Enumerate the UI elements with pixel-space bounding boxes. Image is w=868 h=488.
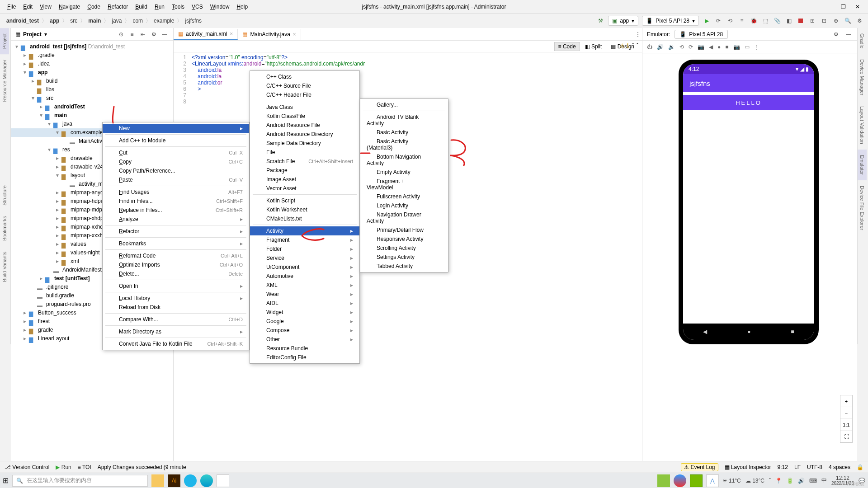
- search-icon[interactable]: 🔍: [844, 17, 852, 25]
- menu-item[interactable]: Fragment + ViewModel: [360, 177, 448, 192]
- task-app-7[interactable]: [674, 474, 686, 487]
- zoom-11[interactable]: 1:1: [840, 419, 852, 431]
- menu-item[interactable]: Fragment ▸: [250, 235, 359, 244]
- menu-item[interactable]: Responsive Activity: [360, 235, 448, 244]
- attach-icon[interactable]: 📎: [773, 17, 781, 25]
- menu-item[interactable]: File: [250, 148, 359, 157]
- menu-item[interactable]: C++ Class: [250, 72, 359, 81]
- close-icon[interactable]: ✕: [854, 4, 861, 10]
- menu-item[interactable]: Scrolling Activity: [360, 244, 448, 253]
- menu-item[interactable]: Refactor ▸: [103, 227, 249, 236]
- stop-icon[interactable]: [797, 17, 805, 25]
- device-selector[interactable]: 📱Pixel 5 API 28▾: [642, 16, 699, 26]
- menu-item[interactable]: Resource Bundle: [250, 344, 359, 353]
- menu-item[interactable]: Open In ▸: [103, 282, 249, 291]
- vc-tool[interactable]: ⎇ Version Control: [5, 464, 49, 470]
- tree-node[interactable]: ▸▇.idea: [11, 60, 173, 68]
- weather-2[interactable]: ☁ 13°C: [745, 478, 764, 484]
- tray-battery-icon[interactable]: 🔋: [787, 478, 793, 484]
- tray-up-icon[interactable]: ˆ: [769, 478, 771, 484]
- menu-refactor[interactable]: Refactor: [104, 2, 132, 12]
- menu-item[interactable]: Android TV Blank Activity: [360, 113, 448, 128]
- tab-bookmarks[interactable]: Bookmarks: [0, 211, 9, 246]
- tree-node[interactable]: ▸▇.gradle: [11, 51, 173, 60]
- taskbar-search[interactable]: 🔍在这里输入你要搜索的内容: [12, 475, 148, 487]
- menu-item[interactable]: Navigation Drawer Activity: [360, 210, 448, 225]
- collapse-icon[interactable]: ⇤: [139, 30, 147, 38]
- expand-icon[interactable]: ≡: [128, 30, 136, 38]
- tray-keyboard-icon[interactable]: ⌨: [809, 478, 817, 484]
- tree-node[interactable]: ▸▇androidTest: [11, 103, 173, 111]
- tab-structure[interactable]: Structure: [0, 180, 9, 211]
- menu-item[interactable]: Wear ▸: [250, 290, 359, 299]
- task-app-9[interactable]: ⋀: [706, 474, 719, 487]
- menu-item[interactable]: Scratch FileCtrl+Alt+Shift+Insert: [250, 157, 359, 166]
- menu-item[interactable]: Android Resource Directory: [250, 130, 359, 139]
- back-icon[interactable]: ◀: [709, 44, 713, 50]
- tab-build-variants[interactable]: Build Variants: [0, 246, 9, 287]
- editor-tab[interactable]: ▦activity_main.xml×: [174, 29, 238, 40]
- menu-tools[interactable]: Tools: [168, 2, 188, 12]
- menu-item[interactable]: CutCtrl+X: [103, 148, 249, 157]
- crumb[interactable]: jsjfsfns: [183, 17, 203, 25]
- menu-item[interactable]: C/C++ Source File: [250, 81, 359, 90]
- menu-item[interactable]: Empty Activity: [360, 168, 448, 177]
- tab-gradle[interactable]: Gradle: [858, 28, 867, 54]
- menu-item[interactable]: Google ▸: [250, 317, 359, 326]
- nav-home-icon[interactable]: ●: [747, 328, 750, 335]
- task-app-8[interactable]: [690, 474, 703, 487]
- caret-pos[interactable]: 9:12: [778, 464, 788, 470]
- menu-item[interactable]: Service ▸: [250, 253, 359, 263]
- encoding[interactable]: UTF-8: [807, 464, 822, 470]
- tree-node[interactable]: ▾▇app: [11, 68, 173, 77]
- tray-volume-icon[interactable]: 🔊: [798, 478, 805, 484]
- menu-item[interactable]: Sample Data Directory: [250, 139, 359, 148]
- task-app-5[interactable]: [217, 474, 229, 487]
- menu-item[interactable]: PasteCtrl+V: [103, 175, 249, 184]
- apply-changes-icon[interactable]: ⟳: [714, 17, 722, 25]
- task-app-4[interactable]: [200, 474, 213, 487]
- tray-location-icon[interactable]: 📍: [775, 478, 782, 484]
- debug-restart-icon[interactable]: ⟲: [726, 17, 734, 25]
- menu-item[interactable]: Vector Asset: [250, 184, 359, 193]
- tab-project[interactable]: Project: [0, 28, 9, 54]
- editor-tab[interactable]: ▦MainActivity.java×: [238, 29, 301, 40]
- run-tool[interactable]: ▶ Run: [56, 464, 71, 470]
- tab-device-manager[interactable]: Device Manager: [858, 54, 867, 101]
- menu-code[interactable]: Code: [84, 2, 104, 12]
- menu-view[interactable]: View: [36, 2, 55, 12]
- menu-item[interactable]: Tabbed Activity: [360, 262, 448, 271]
- rotate-left-icon[interactable]: ⟲: [679, 44, 684, 50]
- menu-item[interactable]: Widget ▸: [250, 308, 359, 317]
- tree-node[interactable]: ▾▇main: [11, 111, 173, 120]
- menu-item[interactable]: Local History ▸: [103, 294, 249, 303]
- menu-build[interactable]: Build: [132, 2, 151, 12]
- menu-item[interactable]: Add C++ to Module: [103, 136, 249, 145]
- menu-item[interactable]: Reformat CodeCtrl+Alt+L: [103, 251, 249, 260]
- sdk-icon[interactable]: ⊡: [820, 17, 828, 25]
- menu-item[interactable]: C/C++ Header File: [250, 90, 359, 99]
- sync-icon[interactable]: ⊕: [832, 17, 840, 25]
- up-icon[interactable]: ˆ: [632, 42, 634, 49]
- view-code[interactable]: ≡ Code: [554, 42, 580, 51]
- menu-item[interactable]: Image Asset: [250, 175, 359, 184]
- tree-root[interactable]: ▾▇ android_test [jsjfsfns] D:\android_te…: [11, 42, 173, 51]
- emulator-hide-icon[interactable]: —: [844, 30, 853, 38]
- tab-device-file-explorer[interactable]: Device File Explorer: [858, 180, 867, 235]
- menu-item[interactable]: Fullscreen Activity: [360, 192, 448, 201]
- menu-item[interactable]: Kotlin Worksheet: [250, 205, 359, 214]
- screenshot-phone-icon[interactable]: 📷: [698, 44, 704, 50]
- layout-inspector[interactable]: ▦ Layout Inspector: [725, 464, 771, 470]
- emulator-more-icon[interactable]: ⋮: [754, 44, 760, 50]
- tree-node[interactable]: ▸▇build: [11, 77, 173, 85]
- line-sep[interactable]: LF: [794, 464, 801, 470]
- menu-item[interactable]: Java Class: [250, 103, 359, 112]
- crumb[interactable]: android_test: [5, 17, 41, 25]
- run-icon[interactable]: ▶: [703, 17, 711, 25]
- menu-run[interactable]: Run: [151, 2, 168, 12]
- menu-item[interactable]: Copy Path/Reference...: [103, 166, 249, 175]
- start-icon[interactable]: ⊞: [3, 476, 9, 485]
- menu-item[interactable]: UiComponent ▸: [250, 263, 359, 272]
- vol-down-icon[interactable]: 🔉: [668, 44, 675, 50]
- menu-item[interactable]: Folder ▸: [250, 244, 359, 253]
